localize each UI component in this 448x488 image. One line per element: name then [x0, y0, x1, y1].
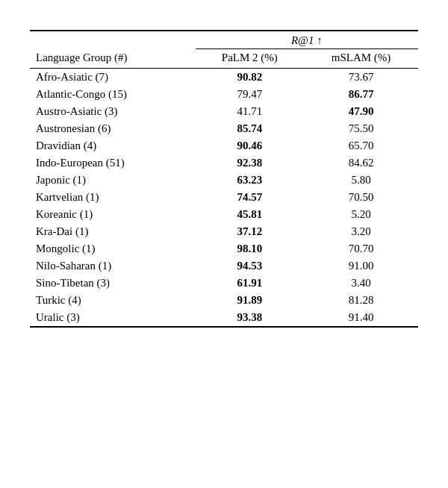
mslam-cell: 84.62: [304, 154, 418, 172]
mslam-cell: 65.70: [304, 137, 418, 154]
table-row: Austronesian (6)85.7475.50: [30, 120, 418, 137]
table-row: Nilo-Saharan (1)94.5391.00: [30, 257, 418, 275]
table-row: Japonic (1)63.235.80: [30, 172, 418, 189]
mslam-cell: 5.20: [304, 206, 418, 223]
r-at-1-header: R@1 ↑: [196, 31, 418, 49]
mslam-cell: 81.28: [304, 292, 418, 309]
palm2-cell: 41.71: [196, 103, 305, 120]
mslam-cell: 3.40: [304, 275, 418, 292]
mslam-cell: 73.67: [304, 69, 418, 87]
table-row: Atlantic-Congo (15)79.4786.77: [30, 86, 418, 103]
mslam-cell: 47.90: [304, 103, 418, 120]
palm2-cell: 94.53: [196, 257, 305, 275]
group-cell: Kra-Dai (1): [30, 223, 196, 240]
palm2-cell: 93.38: [196, 309, 305, 327]
group-cell: Uralic (3): [30, 309, 196, 327]
palm2-cell: 63.23: [196, 172, 305, 189]
group-cell: Turkic (4): [30, 292, 196, 309]
group-cell: Kartvelian (1): [30, 189, 196, 206]
palm2-cell: 74.57: [196, 189, 305, 206]
palm2-cell: 91.89: [196, 292, 305, 309]
mslam-cell: 70.70: [304, 240, 418, 257]
palm2-col-header: PaLM 2 (%): [196, 49, 305, 69]
table-row: Uralic (3)93.3891.40: [30, 309, 418, 327]
table-row: Kartvelian (1)74.5770.50: [30, 189, 418, 206]
table-row: Dravidian (4)90.4665.70: [30, 137, 418, 154]
table-row: Sino-Tibetan (3)61.913.40: [30, 275, 418, 292]
palm2-cell: 98.10: [196, 240, 305, 257]
table-row: Mongolic (1)98.1070.70: [30, 240, 418, 257]
palm2-cell: 45.81: [196, 206, 305, 223]
group-cell: Afro-Asiatic (7): [30, 69, 196, 87]
group-cell: Dravidian (4): [30, 137, 196, 154]
results-table: R@1 ↑ Language Group (#) PaLM 2 (%) mSLA…: [30, 30, 418, 328]
palm2-cell: 61.91: [196, 275, 305, 292]
table-row: Indo-European (51)92.3884.62: [30, 154, 418, 172]
mslam-col-header: mSLAM (%): [304, 49, 418, 69]
group-cell: Indo-European (51): [30, 154, 196, 172]
palm2-cell: 90.82: [196, 69, 305, 87]
palm2-cell: 90.46: [196, 137, 305, 154]
palm2-cell: 37.12: [196, 223, 305, 240]
group-cell: Nilo-Saharan (1): [30, 257, 196, 275]
mslam-cell: 86.77: [304, 86, 418, 103]
group-cell: Japonic (1): [30, 172, 196, 189]
mslam-cell: 70.50: [304, 189, 418, 206]
palm2-cell: 92.38: [196, 154, 305, 172]
mslam-cell: 5.80: [304, 172, 418, 189]
group-cell: Atlantic-Congo (15): [30, 86, 196, 103]
group-cell: Mongolic (1): [30, 240, 196, 257]
mslam-cell: 91.00: [304, 257, 418, 275]
table-container: R@1 ↑ Language Group (#) PaLM 2 (%) mSLA…: [30, 30, 418, 328]
group-cell: Austro-Asiatic (3): [30, 103, 196, 120]
palm2-cell: 85.74: [196, 120, 305, 137]
table-row: Austro-Asiatic (3)41.7147.90: [30, 103, 418, 120]
col-header-row: Language Group (#) PaLM 2 (%) mSLAM (%): [30, 49, 418, 69]
table-row: Turkic (4)91.8981.28: [30, 292, 418, 309]
empty-header: [30, 31, 196, 49]
mslam-cell: 75.50: [304, 120, 418, 137]
table-body: Afro-Asiatic (7)90.8273.67Atlantic-Congo…: [30, 69, 418, 328]
table-row: Kra-Dai (1)37.123.20: [30, 223, 418, 240]
palm2-cell: 79.47: [196, 86, 305, 103]
mslam-cell: 3.20: [304, 223, 418, 240]
group-cell: Koreanic (1): [30, 206, 196, 223]
group-cell: Sino-Tibetan (3): [30, 275, 196, 292]
table-row: Afro-Asiatic (7)90.8273.67: [30, 69, 418, 87]
group-col-header: Language Group (#): [30, 49, 196, 69]
group-cell: Austronesian (6): [30, 120, 196, 137]
mslam-cell: 91.40: [304, 309, 418, 327]
header-group-row: R@1 ↑: [30, 31, 418, 49]
table-row: Koreanic (1)45.815.20: [30, 206, 418, 223]
